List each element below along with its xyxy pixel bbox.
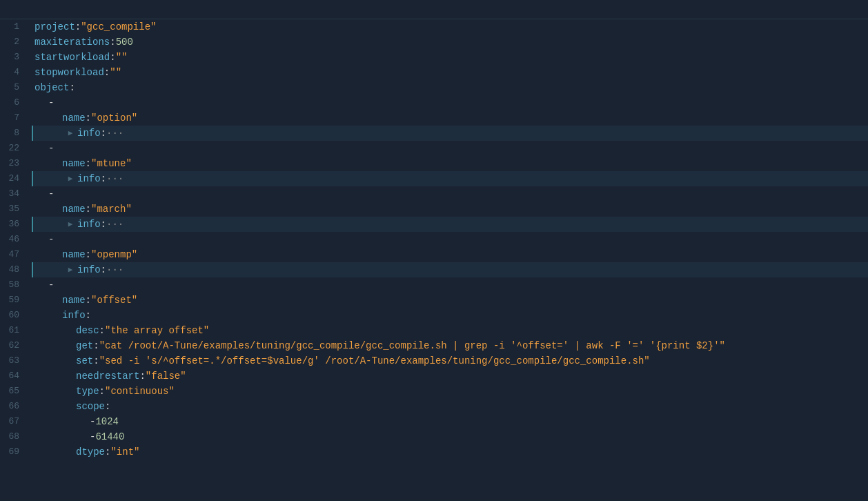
title-bar [0, 0, 868, 19]
code-line: - [32, 232, 868, 247]
code-line: - [32, 277, 868, 293]
code-line: name : "option" [32, 110, 868, 126]
token-string: "int" [110, 444, 139, 460]
token-dash: - [48, 95, 54, 110]
token-colon: : [139, 369, 145, 384]
code-line: ▶info : ··· [32, 171, 868, 186]
token-key: name [62, 156, 86, 171]
code-line: type : "continuous" [32, 384, 868, 399]
line-number: 2 [0, 35, 26, 50]
line-number: 63 [0, 353, 26, 369]
token-key: startworkload [34, 50, 110, 65]
token-colon: : [99, 323, 105, 338]
code-line: name : "mtune" [32, 156, 868, 171]
token-colon: : [110, 50, 115, 65]
line-number: 3 [0, 50, 26, 65]
line-number: 58 [0, 277, 26, 293]
line-number: 5 [0, 80, 26, 95]
line-number: 6 [0, 95, 26, 110]
token-dots: ··· [106, 171, 124, 186]
token-key: info [77, 217, 101, 232]
token-colon: : [110, 35, 115, 50]
code-line: object : [32, 80, 868, 95]
token-key: name [62, 247, 86, 262]
line-number: 59 [0, 293, 26, 308]
token-string: "continuous" [105, 384, 175, 399]
fold-arrow-icon[interactable]: ▶ [63, 217, 77, 232]
token-key: info [77, 126, 101, 141]
token-colon: : [86, 202, 91, 217]
token-number: 61440 [95, 429, 124, 444]
token-dash: - [48, 277, 54, 293]
token-key: stopworkload [34, 65, 104, 80]
code-area: project: "gcc_compile"maxiterations: 500… [32, 19, 868, 501]
token-number: 500 [116, 35, 133, 50]
line-number: 7 [0, 110, 26, 126]
line-number: 46 [0, 232, 26, 247]
token-colon: : [75, 19, 81, 35]
code-line: ▶info : ··· [32, 217, 868, 232]
line-number: 61 [0, 323, 26, 338]
token-dots: ··· [106, 217, 124, 232]
token-string: "offset" [91, 293, 137, 308]
token-key: maxiterations [34, 35, 110, 50]
code-line: - 1024 [32, 414, 868, 429]
token-key: name [62, 110, 86, 126]
token-colon: : [101, 262, 106, 277]
token-colon: : [86, 110, 91, 126]
code-line: - [32, 95, 868, 110]
token-colon: : [93, 353, 99, 369]
code-line: name : "openmp" [32, 247, 868, 262]
token-colon: : [101, 217, 106, 232]
line-number: 34 [0, 186, 26, 202]
code-line: name : "march" [32, 202, 868, 217]
token-key: dtype [76, 444, 105, 460]
code-line: maxiterations: 500 [32, 35, 868, 50]
token-colon: : [105, 399, 110, 414]
fold-arrow-icon[interactable]: ▶ [63, 262, 77, 277]
token-key: scope [76, 399, 105, 414]
token-number: 1024 [95, 414, 119, 429]
code-line: project: "gcc_compile" [32, 19, 868, 35]
token-dash: - [48, 232, 54, 247]
token-key: desc [76, 323, 99, 338]
token-string: "sed -i 's/^offset=.*/offset=$value/g' /… [99, 353, 650, 369]
token-colon: : [86, 156, 91, 171]
line-number: 36 [0, 217, 26, 232]
token-key: needrestart [76, 369, 139, 384]
code-line: needrestart: "false" [32, 369, 868, 384]
token-dash: - [48, 186, 54, 202]
token-dots: ··· [106, 262, 124, 277]
code-line: - [32, 186, 868, 202]
code-line: ▶info : ··· [32, 262, 868, 277]
token-colon: : [69, 80, 75, 95]
line-number: 1 [0, 19, 26, 35]
token-string: "" [110, 65, 121, 80]
token-key: object [34, 80, 69, 95]
token-colon: : [105, 444, 110, 460]
editor-container: 1234567822232434353646474858596061626364… [0, 19, 868, 501]
token-dots: ··· [106, 126, 124, 141]
fold-arrow-icon[interactable]: ▶ [63, 171, 77, 186]
token-string: "" [116, 50, 128, 65]
line-number: 22 [0, 141, 26, 156]
code-line: - 61440 [32, 429, 868, 444]
token-colon: : [101, 126, 106, 141]
line-number: 35 [0, 202, 26, 217]
token-key: info [77, 262, 101, 277]
fold-arrow-icon[interactable]: ▶ [63, 126, 77, 141]
code-line: dtype : "int" [32, 444, 868, 460]
token-colon: : [104, 65, 110, 80]
line-number: 68 [0, 429, 26, 444]
code-line: name : "offset" [32, 293, 868, 308]
token-key: name [62, 293, 86, 308]
token-dash: - [90, 429, 95, 444]
token-key: set [76, 353, 93, 369]
token-colon: : [86, 247, 91, 262]
code-line: startworkload: "" [32, 50, 868, 65]
token-dash: - [48, 141, 54, 156]
code-line: - [32, 141, 868, 156]
line-number: 65 [0, 384, 26, 399]
token-colon: : [86, 308, 91, 323]
line-number: 4 [0, 65, 26, 80]
